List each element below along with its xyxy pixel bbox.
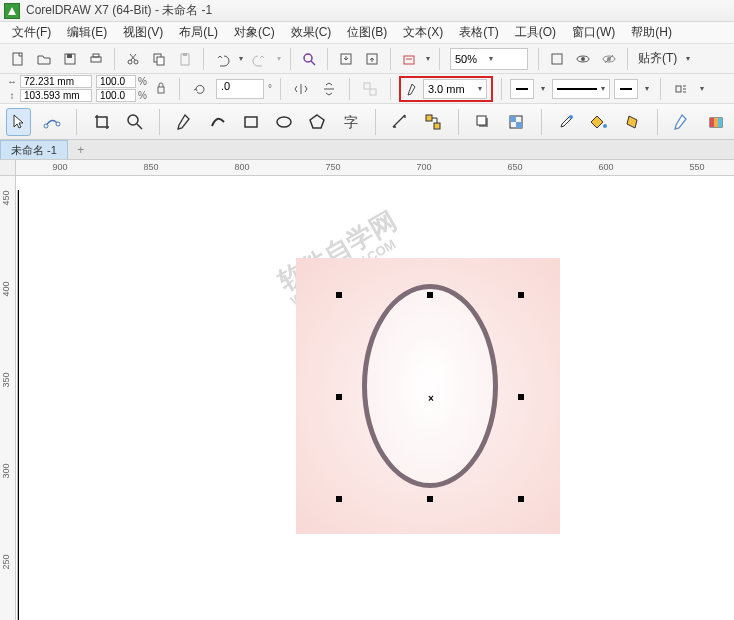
ruler-origin[interactable] (0, 160, 16, 176)
line-style-combo[interactable]: ▾ (552, 79, 610, 99)
freehand-tool[interactable] (172, 108, 197, 136)
shape-tool[interactable] (39, 108, 64, 136)
dimension-tool[interactable] (388, 108, 413, 136)
undo-dropdown[interactable]: ▾ (236, 47, 246, 71)
outline-width-combo[interactable]: 3.0 mm▾ (423, 79, 487, 99)
selection-handle-tr[interactable] (518, 292, 524, 298)
menu-help[interactable]: 帮助(H) (623, 22, 680, 43)
redo-dropdown[interactable]: ▾ (274, 47, 284, 71)
separator (349, 78, 350, 100)
outline-tool[interactable] (670, 108, 695, 136)
line-start-dropdown[interactable]: ▾ (538, 77, 548, 101)
fullscreen-icon[interactable] (545, 47, 569, 71)
fill-tool[interactable] (587, 108, 612, 136)
crop-tool[interactable] (89, 108, 114, 136)
wrap-text-icon[interactable] (669, 77, 693, 101)
selection-center[interactable]: × (428, 393, 434, 404)
text-tool[interactable]: 字 (338, 108, 363, 136)
paste-icon[interactable] (173, 47, 197, 71)
menu-effect[interactable]: 效果(C) (283, 22, 340, 43)
selection-handle-mr[interactable] (518, 394, 524, 400)
menu-file[interactable]: 文件(F) (4, 22, 59, 43)
separator (660, 78, 661, 100)
menu-edit[interactable]: 编辑(E) (59, 22, 115, 43)
copy-icon[interactable] (147, 47, 171, 71)
preview-icon[interactable] (571, 47, 595, 71)
transparency-tool[interactable] (504, 108, 529, 136)
publish-icon[interactable] (397, 47, 421, 71)
polygon-tool[interactable] (305, 108, 330, 136)
menu-bitmap[interactable]: 位图(B) (339, 22, 395, 43)
export-icon[interactable] (360, 47, 384, 71)
rectangle-tool[interactable] (238, 108, 263, 136)
menu-view[interactable]: 视图(V) (115, 22, 171, 43)
svg-rect-42 (718, 118, 722, 127)
document-tab-bar: 未命名 -1 + (0, 140, 734, 160)
undo-icon[interactable] (210, 47, 234, 71)
vertical-ruler[interactable]: 450 400 350 300 250 (0, 176, 16, 620)
mirror-v-icon[interactable] (317, 77, 341, 101)
selection-handle-tc[interactable] (427, 292, 433, 298)
zoom-combo[interactable]: 50%▾ (450, 48, 528, 70)
ellipse-tool[interactable] (271, 108, 296, 136)
wrap-text-dropdown[interactable]: ▾ (697, 77, 707, 101)
add-tab-button[interactable]: + (72, 141, 90, 159)
new-icon[interactable] (6, 47, 30, 71)
connector-tool[interactable] (421, 108, 446, 136)
search-icon[interactable] (297, 47, 321, 71)
rotation-input[interactable]: .0 (216, 79, 264, 99)
fill-palette-tool[interactable] (703, 108, 728, 136)
scale-y-input[interactable]: 100.0 (96, 89, 136, 102)
document-tab[interactable]: 未命名 -1 (0, 140, 68, 159)
horizontal-ruler[interactable]: 900 850 800 750 700 650 600 550 (16, 160, 734, 176)
selection-handle-tl[interactable] (336, 292, 342, 298)
line-end-dropdown[interactable]: ▾ (642, 77, 652, 101)
import-icon[interactable] (334, 47, 358, 71)
svg-rect-35 (510, 116, 516, 122)
menu-table[interactable]: 表格(T) (451, 22, 506, 43)
svg-point-24 (44, 124, 48, 128)
separator (458, 109, 459, 135)
redo-icon[interactable] (248, 47, 272, 71)
menu-window[interactable]: 窗口(W) (564, 22, 623, 43)
ellipse-shape[interactable] (362, 284, 498, 488)
save-icon[interactable] (58, 47, 82, 71)
svg-rect-41 (714, 118, 718, 127)
svg-rect-8 (157, 57, 164, 65)
ungroup-icon[interactable] (358, 77, 382, 101)
selection-handle-bl[interactable] (336, 496, 342, 502)
selection-handle-br[interactable] (518, 496, 524, 502)
menu-layout[interactable]: 布局(L) (171, 22, 226, 43)
zoom-tool[interactable] (122, 108, 147, 136)
print-icon[interactable] (84, 47, 108, 71)
canvas[interactable]: 软件自学网 WWW.RJZXW.COM × (16, 176, 734, 620)
ruler-tick: 250 (1, 554, 11, 569)
snap-link[interactable]: 贴齐(T) (634, 50, 681, 67)
drop-shadow-tool[interactable] (471, 108, 496, 136)
open-icon[interactable] (32, 47, 56, 71)
line-end-combo[interactable] (614, 79, 638, 99)
publish-dropdown[interactable]: ▾ (423, 47, 433, 71)
ruler-tick: 400 (1, 281, 11, 296)
snap-toggle-icon[interactable] (597, 47, 621, 71)
selection-handle-bc[interactable] (427, 496, 433, 502)
menu-tools[interactable]: 工具(O) (507, 22, 564, 43)
lock-ratio-button[interactable] (151, 76, 171, 102)
width-input[interactable]: 72.231 mm (20, 75, 92, 88)
menu-text[interactable]: 文本(X) (395, 22, 451, 43)
smart-fill-tool[interactable] (620, 108, 645, 136)
page-boundary (18, 190, 19, 620)
svg-rect-36 (516, 122, 522, 128)
snap-dropdown[interactable]: ▾ (683, 47, 693, 71)
selection-handle-ml[interactable] (336, 394, 342, 400)
line-start-combo[interactable] (510, 79, 534, 99)
scale-x-input[interactable]: 100.0 (96, 75, 136, 88)
ruler-tick: 850 (143, 162, 158, 172)
artistic-media-tool[interactable] (205, 108, 230, 136)
menu-object[interactable]: 对象(C) (226, 22, 283, 43)
mirror-h-icon[interactable] (289, 77, 313, 101)
pick-tool[interactable] (6, 108, 31, 136)
eyedropper-tool[interactable] (554, 108, 579, 136)
cut-icon[interactable] (121, 47, 145, 71)
height-input[interactable]: 103.593 mm (20, 89, 92, 102)
